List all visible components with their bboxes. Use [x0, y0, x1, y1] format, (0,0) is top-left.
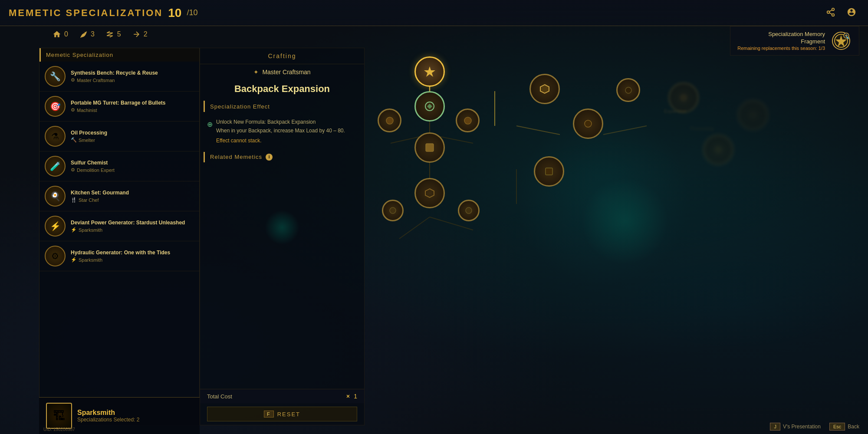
back-label: Back [848, 424, 859, 430]
svg-point-2 [832, 14, 835, 16]
kitchen-name: Kitchen Set: Gourmand [71, 190, 194, 197]
sidebar-title: Memetic Specialization [39, 48, 199, 62]
sidebar-item-sulfur[interactable]: 🧪 Sulfur Chemist ⚙ Demolition Expert [39, 151, 199, 181]
character-name: Sparksmith [77, 409, 139, 417]
oil-sub-icon: 🔨 [71, 137, 77, 143]
sidebar: Memetic Specialization 🔧 Synthesis Bench… [39, 48, 200, 425]
turret-sub-icon: ⚙ [71, 107, 75, 113]
tree-glow-2 [582, 178, 668, 265]
deviant-info: Deviant Power Generator: Stardust Unleas… [71, 220, 194, 233]
svg-line-3 [829, 13, 832, 14]
svg-point-34 [466, 207, 472, 214]
sidebar-item-deviant[interactable]: ⚡ Deviant Power Generator: Stardust Unle… [39, 211, 199, 241]
effect-text-line2: When in your Backpack, increase Max Load… [216, 127, 345, 135]
svg-point-36 [585, 120, 592, 127]
synthesis-sub-icon: ⚙ [71, 77, 75, 83]
top-right-buttons [823, 4, 859, 20]
top-bar: MEMETIC SPECIALIZATION 10 /10 [0, 0, 868, 26]
sulfur-name: Sulfur Chemist [71, 160, 194, 167]
main-panel: Crafting ✦ Master Craftsman Backpack Exp… [200, 48, 365, 425]
skill-node-left-1[interactable] [378, 108, 401, 132]
kitchen-icon: 🍳 [45, 186, 66, 207]
hydraulic-info: Hydraulic Generator: One with the Tides … [71, 250, 194, 263]
glow-effect [265, 210, 299, 245]
svg-point-31 [386, 117, 393, 124]
presentation-label: V's Presentation [783, 424, 821, 430]
blurred-node-3 [738, 100, 768, 130]
nav-leaf[interactable]: 3 [79, 30, 95, 39]
tree-glow-1 [516, 113, 690, 286]
effect-row: ⊕ Unlock New Formula: Backpack Expansion… [207, 118, 357, 145]
skill-node-center-3[interactable] [414, 178, 445, 208]
sidebar-item-oil[interactable]: ⚗ Oil Processing 🔨 Smelter [39, 122, 199, 151]
blurred-node-2 [703, 135, 733, 165]
oil-sub: 🔨 Smelter [71, 137, 194, 143]
share-icon[interactable] [823, 4, 838, 20]
bottom-btn-back[interactable]: Esc Back [829, 423, 859, 431]
skill-node-center-1[interactable] [414, 91, 445, 122]
hydraulic-sub-icon: ⚡ [71, 257, 77, 263]
skill-header-text: Master Craftsman [262, 69, 310, 76]
sidebar-item-kitchen[interactable]: 🍳 Kitchen Set: Gourmand 🍴 Star Chef [39, 181, 199, 211]
title-section: MEMETIC SPECIALIZATION 10 /10 [9, 6, 197, 20]
skill-node-far-right-2[interactable] [573, 108, 603, 139]
synthesis-sub: ⚙ Master Craftsman [71, 77, 194, 83]
hydraulic-sub: ⚡ Sparksmith [71, 257, 194, 263]
kitchen-sub-icon: 🍴 [71, 197, 77, 203]
turret-sub: ⚙ Machinist [71, 107, 194, 113]
uid-text: UID: 150206987 [43, 427, 75, 432]
skill-node-far-right-3[interactable] [616, 78, 640, 102]
blurred-text-1: Expansion [664, 108, 686, 114]
skill-tree-panel: Expansion Processing [365, 48, 868, 434]
profile-icon[interactable] [844, 4, 859, 20]
related-area [200, 162, 364, 258]
turret-icon: 🎯 [45, 96, 66, 117]
total-cost-bar: Total Cost 1 [200, 389, 364, 403]
skill-node-far-right-4[interactable] [534, 156, 564, 187]
svg-point-39 [681, 95, 687, 101]
character-icon: 🏗 [46, 403, 72, 429]
skill-node-top-center[interactable] [414, 56, 445, 87]
oil-info: Oil Processing 🔨 Smelter [71, 130, 194, 143]
back-key: Esc [829, 423, 845, 431]
skill-node-left-2[interactable] [382, 200, 404, 221]
sidebar-item-turret[interactable]: 🎯 Portable MG Turret: Barrage of Bullets… [39, 92, 199, 122]
svg-marker-35 [540, 85, 549, 93]
skill-node-right-1[interactable] [456, 108, 480, 132]
svg-point-0 [832, 8, 835, 11]
level-number: 10 [168, 6, 181, 20]
nav-arrow[interactable]: 2 [132, 30, 148, 39]
nav-home-value: 0 [64, 30, 68, 38]
svg-line-19 [399, 217, 430, 239]
fragment-title: Specialization MemoryFragment [737, 31, 825, 46]
panel-skill-header: ✦ Master Craftsman [200, 64, 364, 80]
svg-line-23 [603, 126, 647, 135]
spec-effect-label: Specialization Effect [210, 103, 270, 110]
skill-node-far-right-1[interactable] [529, 74, 560, 104]
effect-text-line1: Unlock New Formula: Backpack Expansion [216, 118, 345, 126]
nav-gear[interactable]: 5 [105, 30, 121, 39]
nav-home[interactable]: 0 [52, 30, 68, 39]
related-info-icon: i [266, 154, 273, 161]
synthesis-info: Synthesis Bench: Recycle & Reuse ⚙ Maste… [71, 70, 194, 83]
sidebar-item-hydraulic[interactable]: ⚙ Hydraulic Generator: One with the Tide… [39, 241, 199, 271]
panel-title: Backpack Expansion [200, 80, 364, 98]
kitchen-sub: 🍴 Star Chef [71, 197, 194, 203]
synthesis-icon: 🔧 [45, 66, 66, 87]
deviant-icon: ⚡ [45, 216, 66, 237]
sidebar-item-synthesis[interactable]: 🔧 Synthesis Bench: Recycle & Reuse ⚙ Mas… [39, 62, 199, 92]
oil-icon: ⚗ [45, 126, 66, 147]
level-max: /10 [187, 8, 197, 17]
sulfur-sub: ⚙ Demolition Expert [71, 167, 194, 173]
blurred-text-2: Processing [690, 126, 713, 131]
nav-gear-value: 5 [117, 30, 121, 38]
total-cost-label: Total Cost [207, 393, 232, 400]
hydraulic-name: Hydraulic Generator: One with the Tides [71, 250, 194, 256]
skill-node-center-2[interactable] [414, 132, 445, 163]
deviant-sub: ⚡ Sparksmith [71, 227, 194, 233]
bottom-btn-presentation[interactable]: J V's Presentation [770, 423, 821, 431]
sulfur-sub-icon: ⚙ [71, 167, 75, 173]
reset-button[interactable]: F RESET [207, 407, 357, 421]
deviant-name: Deviant Power Generator: Stardust Unleas… [71, 220, 194, 227]
skill-node-right-2[interactable] [458, 200, 480, 221]
